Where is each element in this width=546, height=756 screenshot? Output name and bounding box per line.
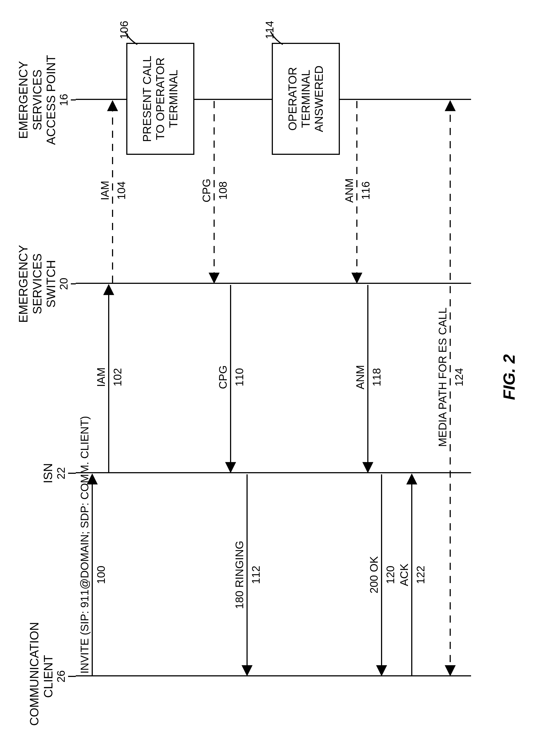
msg-200ok-label: 200 OK	[368, 547, 380, 602]
msg-iam-104-ref: 104	[115, 169, 128, 212]
msg-200ok-ref: 120	[384, 561, 397, 589]
lifeline-ref-comm-client: 26	[55, 663, 67, 690]
msg-180-ref: 112	[250, 561, 262, 589]
msg-anm-116-ref: 116	[360, 169, 372, 212]
msg-180-label: 180 RINGING	[233, 531, 246, 619]
msg-anm-118-label: ANM	[354, 355, 366, 399]
msg-iam-102-label: IAM	[95, 355, 107, 399]
lifeline-header-isn: ISN	[41, 454, 55, 492]
action-operator-answered: OPERATOR TERMINAL ANSWERED	[272, 43, 340, 155]
action-operator-answered-ref: 114	[264, 18, 276, 42]
lifeline-es-ap-seg1	[76, 99, 126, 100]
action-present-call: PRESENT CALL TO OPERATOR TERMINAL	[126, 43, 194, 155]
msg-media-path-label: MEDIA PATH FOR ES CALL	[436, 289, 449, 465]
page: COMMUNICATION CLIENT 26 ISN 22 EMERGENCY…	[0, 0, 546, 756]
msg-cpg-110-ref: 110	[233, 355, 246, 399]
lifeline-comm-client	[76, 675, 471, 676]
sequence-diagram: COMMUNICATION CLIENT 26 ISN 22 EMERGENCY…	[0, 0, 546, 756]
lifeline-header-comm-client: COMMUNICATION CLIENT	[27, 627, 55, 726]
msg-iam-102-ref: 102	[111, 355, 124, 399]
lifeline-ref-es-switch: 20	[58, 273, 70, 295]
msg-iam-104-label: IAM	[99, 169, 111, 212]
tick	[71, 99, 76, 100]
tick	[68, 473, 76, 474]
lifeline-es-ap-seg3	[338, 99, 471, 100]
msg-invite-ref: 100	[95, 561, 107, 589]
msg-anm-116-label: ANM	[343, 169, 355, 212]
msg-cpg-108-ref: 108	[217, 169, 229, 212]
action-present-call-ref: 106	[118, 18, 130, 42]
tick	[68, 676, 76, 677]
msg-ack-ref: 122	[415, 561, 427, 589]
lifeline-ref-es-ap: 16	[58, 90, 70, 110]
msg-cpg-108-label: CPG	[200, 169, 213, 212]
lifeline-ref-isn: 22	[55, 461, 67, 486]
rotated-canvas: COMMUNICATION CLIENT 26 ISN 22 EMERGENCY…	[0, 0, 546, 756]
msg-ack-label: ACK	[398, 556, 410, 594]
msg-anm-118-ref: 118	[371, 355, 383, 399]
figure-label: FIG. 2	[500, 328, 519, 427]
lifeline-isn	[76, 472, 471, 473]
lifeline-es-switch	[76, 283, 471, 284]
msg-media-path-ref: 124	[453, 355, 465, 399]
msg-invite-label: INVITE (SIP: 911@DOMAIN; SDP: COMM. CLIE…	[79, 405, 91, 674]
lifeline-header-es-switch: EMERGENCY SERVICES SWITCH	[16, 240, 58, 328]
lifeline-header-es-ap: EMERGENCY SERVICES ACCESS POINT	[16, 53, 58, 147]
tick	[71, 283, 76, 284]
lifeline-es-ap-seg2	[192, 99, 272, 100]
msg-cpg-110-label: CPG	[217, 355, 229, 399]
